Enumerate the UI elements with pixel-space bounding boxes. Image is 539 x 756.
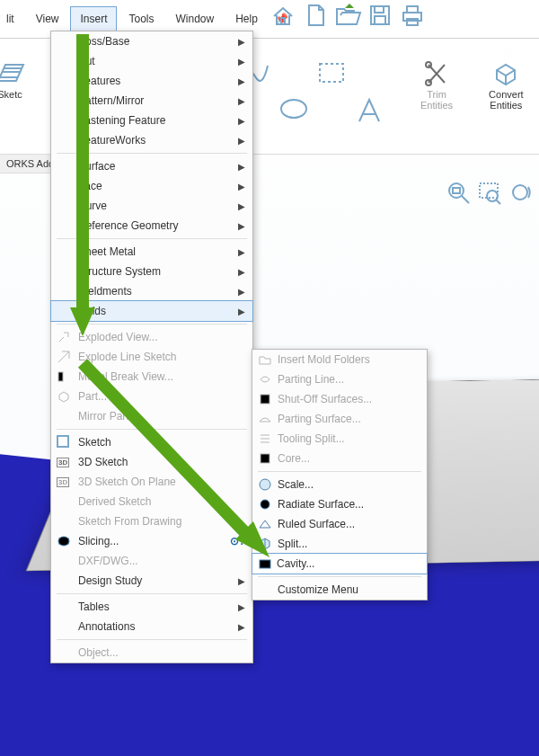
viewport-toolbar [446,180,534,207]
svg-point-24 [260,479,270,490]
insert-boss-base[interactable]: Boss/Base▶ [51,31,252,51]
menu-item-label: Tooling Split... [278,432,345,445]
submenu-arrow-icon: ▶ [238,116,245,126]
submenu-arrow-icon: ▶ [238,57,245,67]
menu-item-label: Annotations [78,620,135,633]
insert-3d-sketch[interactable]: 3D3D Sketch [51,452,252,472]
menu-item-label: Boss/Base [78,35,129,48]
molds-cavity[interactable]: Cavity... [252,553,428,574]
insert-tables[interactable]: Tables▶ [51,597,252,617]
submenu-arrow-icon: ▶ [238,201,245,211]
menu-item-label: Pattern/Mirror [78,94,144,107]
rotate-view-icon[interactable] [507,180,534,207]
menu-item-label: Shut-Off Surfaces... [278,393,372,405]
ellipse-icon[interactable] [278,96,309,126]
molds-radiate-surface[interactable]: Radiate Surface... [252,494,427,514]
submenu-arrow-icon: ▶ [238,576,245,586]
submenu-arrow-icon: ▶ [238,221,245,231]
submenu-arrow-icon: ▶ [238,287,245,297]
molds-submenu: Insert Mold FoldersParting Line...Shut-O… [252,349,428,600]
insert-exploded-view: Exploded View... [51,327,252,347]
insert-structure-system[interactable]: Structure System▶ [51,262,252,281]
insert-face[interactable]: Face▶ [51,176,252,196]
ribbon-sketch[interactable]: Sketc [0,60,23,150]
svg-rect-8 [320,64,343,82]
svg-rect-18 [58,372,63,381]
scissors-icon [423,60,450,87]
insert-slicing[interactable]: Slicing...⊙? [51,531,252,551]
mbv-icon [57,369,71,384]
molds-parting-surface: Parting Surface... [252,409,427,429]
insert-reference-geometry[interactable]: Reference Geometry▶ [51,216,252,236]
insert-pattern-mirror[interactable]: Pattern/Mirror▶ [51,91,252,111]
menu-insert[interactable]: Insert [70,6,117,31]
insert-part: Part... [51,387,252,406]
save-icon[interactable] [367,2,393,29]
molds-shut-off-surfaces: Shut-Off Surfaces... [252,389,427,409]
menu-item-label: DXF/DWG... [78,555,138,567]
svg-point-17 [513,185,527,200]
molds-ruled-surface[interactable]: Ruled Surface... [252,514,427,534]
zoom-area-icon[interactable] [476,180,503,207]
insert-surface[interactable]: Surface▶ [51,156,252,176]
zoom-fit-icon[interactable] [446,180,473,207]
insert-fastening-feature[interactable]: Fastening Feature▶ [51,111,252,130]
molds-parting-line: Parting Line... [252,369,427,389]
insert-curve[interactable]: Curve▶ [51,196,252,216]
sc-icon [258,477,272,492]
menu-window[interactable]: Window [166,6,225,31]
menu-tools[interactable]: Tools [119,6,163,31]
menu-item-label: Slicing... [78,535,119,547]
menu-item-label: Parting Surface... [278,413,361,425]
home-icon[interactable] [270,2,296,29]
submenu-arrow-icon: ▶ [238,162,245,172]
insert-features[interactable]: Features▶ [51,71,252,91]
pl-icon [258,372,272,387]
molds-customize-menu[interactable]: Customize Menu [252,580,427,600]
ts-icon [258,431,272,446]
svg-rect-27 [260,560,270,568]
insert-sheet-metal[interactable]: Sheet Metal▶ [51,242,252,262]
submenu-arrow-icon: ▶ [238,96,245,106]
insert-object: Object... [51,643,252,663]
rectangle-dashed-icon[interactable] [316,60,347,90]
ribbon-convert-entities[interactable]: Convert Entities [489,60,524,150]
molds-scale[interactable]: Scale... [252,475,427,494]
menu-item-label: FeatureWorks [78,134,146,147]
svg-rect-3 [375,16,385,24]
cav-icon [258,556,272,571]
menu-item-label: Customize Menu [278,583,358,596]
menu-item-label: Design Study [78,574,142,587]
exp-icon [57,330,71,344]
menu-view[interactable]: View [26,6,69,31]
insert-sketch[interactable]: Sketch [51,432,252,452]
print-icon[interactable] [399,2,426,29]
help-icon[interactable]: ⊙? [230,535,245,547]
svg-point-25 [261,500,270,509]
molds-split[interactable]: Split... [252,534,427,554]
insert-menu: Boss/Base▶Cut▶Features▶Pattern/Mirror▶Fa… [50,31,253,663]
submenu-arrow-icon: ▶ [238,267,245,277]
menu-item-label: Fastening Feature [78,114,165,127]
insert-design-study[interactable]: Design Study▶ [51,571,252,591]
insert-molds[interactable]: Molds▶ [50,300,253,322]
insert-annotations[interactable]: Annotations▶ [51,617,252,636]
menu-item-label: Weldments [78,285,132,298]
submenu-arrow-icon: ▶ [238,76,245,86]
new-document-icon[interactable] [302,2,329,29]
quick-access-toolbar [270,2,426,29]
insert-featureworks[interactable]: FeatureWorks▶ [51,130,252,150]
menu-item-label: Tables [78,600,110,613]
fold-icon [258,352,272,367]
menu-help[interactable]: Help [225,6,268,31]
insert-cut[interactable]: Cut▶ [51,51,252,71]
menu-item-label: Cut [78,55,95,67]
insert-weldments[interactable]: Weldments▶ [51,281,252,301]
ribbon-trim-entities: Trim Entities [420,60,453,150]
open-document-icon[interactable] [334,2,361,29]
insert-sketch-from-drawing: Sketch From Drawing [51,511,252,531]
molds-insert-mold-folders: Insert Mold Folders [252,350,427,369]
text-icon[interactable] [354,96,384,129]
menu-lit[interactable]: lit [0,6,24,31]
svg-rect-22 [261,454,270,463]
